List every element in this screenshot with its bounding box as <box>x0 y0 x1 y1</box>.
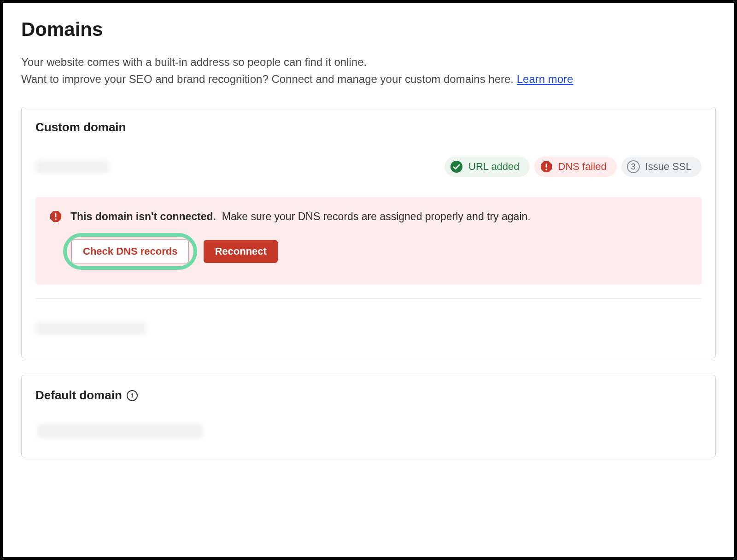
status-pills: URL added DNS failed 3 Issue SSL <box>445 157 702 177</box>
svg-rect-5 <box>55 213 57 217</box>
alert-octagon-icon <box>540 160 553 173</box>
intro-line-2: Want to improve your SEO and brand recog… <box>21 73 517 85</box>
svg-point-0 <box>450 161 462 173</box>
svg-point-6 <box>55 219 57 221</box>
page-intro: Your website comes with a built-in addre… <box>21 53 716 88</box>
page-title: Domains <box>21 18 716 41</box>
reconnect-button[interactable]: Reconnect <box>204 240 277 263</box>
default-domain-redacted: hidden <box>37 424 203 438</box>
status-dns-failed-label: DNS failed <box>558 161 607 173</box>
domain-name-redacted: hidden <box>35 160 109 173</box>
divider <box>35 298 702 299</box>
default-domain-heading: Default domain <box>35 388 122 402</box>
dns-alert: This domain isn't connected. Make sure y… <box>35 197 702 285</box>
status-issue-ssl-label: Issue SSL <box>645 161 691 173</box>
domain-row: hidden URL added DNS failed 3 Issue SSL <box>35 157 702 177</box>
status-url-added-label: URL added <box>468 161 519 173</box>
secondary-domain-redacted: hidden <box>35 322 146 335</box>
alert-actions: Check DNS records Reconnect <box>49 233 688 270</box>
info-icon[interactable]: i <box>127 390 138 401</box>
status-url-added: URL added <box>445 157 529 177</box>
alert-title: This domain isn't connected. <box>70 210 216 222</box>
svg-rect-2 <box>545 163 547 168</box>
custom-domain-heading: Custom domain <box>35 120 702 134</box>
check-dns-button[interactable]: Check DNS records <box>71 239 189 263</box>
secondary-domain-row: hidden <box>35 322 702 335</box>
svg-point-3 <box>545 169 547 171</box>
custom-domain-card: Custom domain hidden URL added DNS faile… <box>21 107 716 358</box>
status-issue-ssl: 3 Issue SSL <box>621 157 702 177</box>
intro-line-1: Your website comes with a built-in addre… <box>21 56 367 68</box>
default-domain-card: Default domain i hidden <box>21 375 716 457</box>
learn-more-link[interactable]: Learn more <box>517 73 573 85</box>
alert-octagon-icon <box>49 210 62 223</box>
highlight-ring: Check DNS records <box>63 233 197 270</box>
alert-message: Make sure your DNS records are assigned … <box>222 210 531 222</box>
step-number-icon: 3 <box>627 160 640 173</box>
status-dns-failed: DNS failed <box>534 157 617 177</box>
alert-text: This domain isn't connected. Make sure y… <box>49 210 688 223</box>
check-circle-icon <box>450 160 463 173</box>
